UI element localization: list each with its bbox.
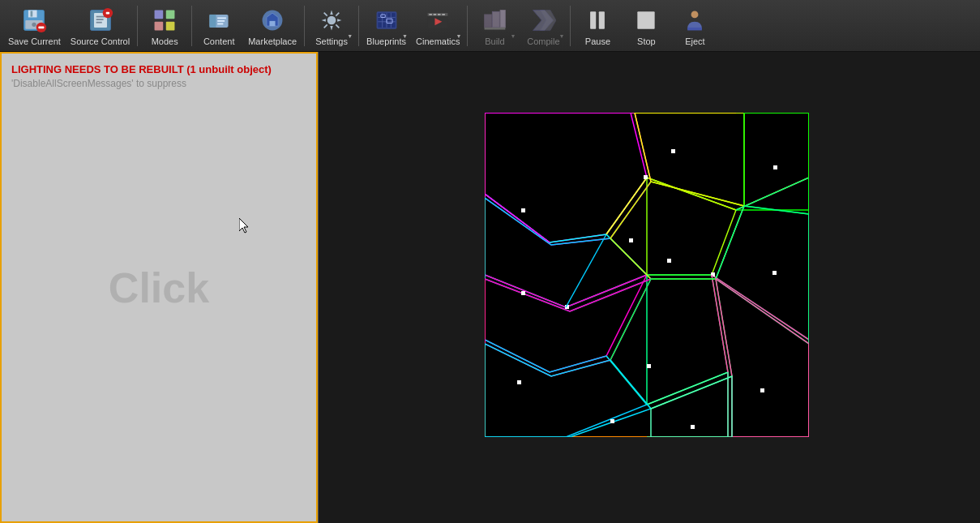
build-icon — [480, 6, 509, 35]
divider-6 — [570, 6, 571, 46]
source-control-button[interactable]: Source Control — [66, 2, 135, 50]
svg-rect-17 — [166, 21, 175, 30]
save-current-button[interactable]: Save Current — [3, 2, 66, 50]
svg-rect-6 — [39, 26, 45, 28]
compile-label: Compile — [527, 36, 559, 46]
svg-line-56 — [485, 194, 550, 242]
svg-rect-80 — [667, 259, 671, 263]
source-control-icon — [86, 6, 115, 35]
svg-rect-83 — [647, 364, 651, 368]
eject-button[interactable]: Eject — [670, 2, 719, 50]
svg-rect-10 — [96, 19, 103, 20]
stop-label: Stop — [637, 36, 656, 46]
svg-rect-21 — [217, 20, 225, 22]
main-content: LIGHTING NEEDS TO BE REBUILT (1 unbuilt … — [0, 52, 980, 523]
cinematics-icon — [423, 6, 452, 35]
svg-rect-24 — [270, 20, 276, 25]
svg-rect-81 — [772, 271, 777, 275]
svg-rect-20 — [217, 17, 226, 19]
svg-rect-68 — [644, 175, 648, 179]
suppress-message: 'DisableAllScreenMessages' to suppress — [11, 78, 186, 89]
save-current-icon — [19, 6, 49, 35]
svg-rect-45 — [501, 10, 506, 27]
svg-rect-22 — [217, 23, 223, 24]
svg-rect-82 — [517, 380, 521, 384]
click-text: Click — [109, 264, 209, 312]
svg-rect-13 — [105, 11, 109, 14]
eject-icon — [680, 6, 709, 35]
svg-rect-9 — [96, 15, 105, 17]
build-button[interactable]: Build — [470, 2, 519, 50]
lighting-warning: LIGHTING NEEDS TO BE REBUILT (1 unbuilt … — [11, 63, 272, 75]
divider-5 — [467, 6, 468, 46]
svg-rect-77 — [671, 149, 675, 153]
svg-rect-44 — [493, 11, 500, 28]
svg-rect-79 — [521, 291, 525, 295]
svg-rect-49 — [591, 11, 597, 28]
pause-icon — [583, 6, 612, 35]
toolbar: Save Current Source Control — [0, 0, 980, 52]
svg-rect-84 — [760, 388, 764, 392]
modes-icon — [150, 6, 179, 35]
svg-rect-11 — [96, 21, 101, 23]
eject-label: Eject — [685, 36, 704, 46]
settings-label: Settings — [315, 36, 348, 46]
svg-rect-53 — [688, 27, 703, 30]
divider-3 — [304, 6, 305, 46]
svg-rect-39 — [434, 14, 437, 15]
svg-rect-58 — [629, 238, 633, 242]
blueprints-label: Blueprints — [366, 36, 406, 46]
svg-rect-15 — [155, 21, 164, 30]
stop-button[interactable]: Stop — [622, 2, 670, 50]
svg-rect-46 — [485, 27, 506, 29]
pause-label: Pause — [585, 36, 610, 46]
content-icon — [204, 6, 233, 35]
modes-button[interactable]: Modes — [140, 2, 189, 50]
svg-point-52 — [691, 11, 699, 18]
svg-line-67 — [712, 275, 728, 372]
svg-rect-14 — [155, 10, 164, 19]
cinematics-label: Cinematics — [416, 36, 460, 46]
svg-marker-54 — [239, 218, 248, 233]
source-control-label: Source Control — [71, 36, 130, 46]
divider-1 — [137, 6, 138, 46]
svg-line-66 — [566, 234, 606, 307]
divider-4 — [358, 6, 359, 46]
divider-2 — [191, 6, 192, 46]
svg-rect-19 — [210, 14, 216, 27]
stop-icon — [631, 6, 661, 35]
right-viewport[interactable] — [319, 52, 980, 523]
svg-rect-51 — [638, 11, 655, 28]
svg-rect-2 — [31, 11, 33, 16]
content-label: Content — [203, 36, 235, 46]
settings-icon — [317, 6, 346, 35]
svg-rect-86 — [691, 425, 695, 429]
svg-rect-50 — [599, 11, 605, 28]
blueprints-button[interactable]: Blueprints — [362, 2, 411, 50]
content-button[interactable]: Content — [195, 2, 243, 50]
svg-point-4 — [32, 22, 36, 26]
build-label: Build — [485, 36, 504, 46]
cursor-icon — [239, 218, 250, 234]
marketplace-icon — [258, 6, 287, 35]
svg-rect-78 — [773, 165, 777, 169]
svg-rect-41 — [443, 14, 446, 15]
blueprints-icon — [372, 6, 401, 35]
modes-label: Modes — [152, 36, 178, 46]
settings-button[interactable]: Settings — [307, 2, 356, 50]
svg-rect-43 — [485, 14, 492, 27]
compile-icon — [529, 6, 558, 35]
svg-rect-76 — [521, 208, 525, 212]
svg-line-57 — [606, 178, 647, 234]
svg-rect-40 — [438, 14, 441, 15]
marketplace-label: Marketplace — [248, 36, 297, 46]
cinematics-button[interactable]: Cinematics — [411, 2, 464, 50]
svg-rect-85 — [610, 419, 614, 423]
marketplace-button[interactable]: Marketplace — [243, 2, 302, 50]
svg-rect-38 — [430, 14, 433, 15]
save-current-label: Save Current — [8, 36, 61, 46]
left-viewport[interactable]: LIGHTING NEEDS TO BE REBUILT (1 unbuilt … — [0, 52, 319, 523]
voronoi-diagram — [485, 113, 809, 437]
compile-button[interactable]: Compile — [519, 2, 567, 50]
pause-button[interactable]: Pause — [573, 2, 622, 50]
